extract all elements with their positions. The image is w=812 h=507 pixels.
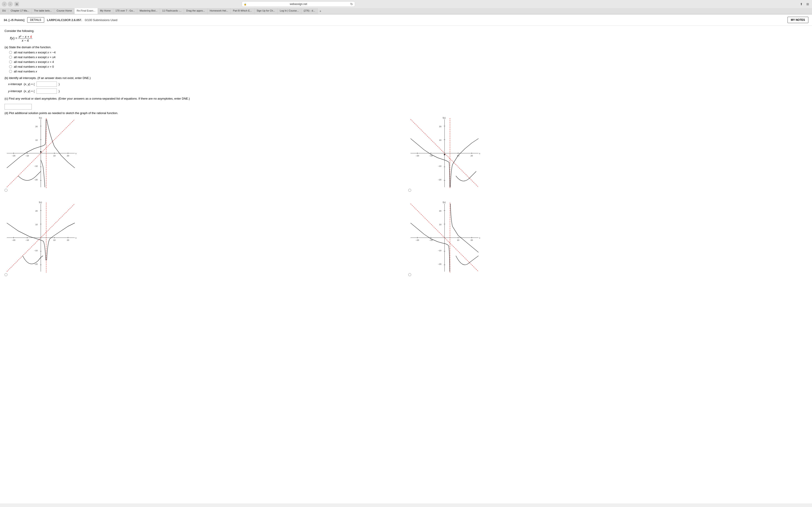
graph-3-svg: −20 −10 10 20 x 20 10 −10 −20 f(x): [5, 202, 77, 274]
function-label: f: [10, 37, 11, 40]
content-body: Consider the following. f(x) = x² − x + …: [0, 25, 812, 278]
url-text: webassign.net: [248, 2, 349, 6]
part-d-label: (d) Plot additional solution points as n…: [5, 111, 807, 115]
tab-partb[interactable]: Part B Which E...: [231, 8, 254, 14]
page-content: 34. [–/5 Points] DETAILS LARPCALC10CR 2.…: [0, 14, 812, 503]
option-4: all real numbers x except x = 0: [9, 65, 807, 68]
my-notes-button[interactable]: MY NOTES: [788, 17, 808, 23]
function-fraction: x² − x + 4 x − 4: [18, 35, 32, 42]
tab-table[interactable]: The table belo...: [32, 8, 54, 14]
svg-text:−20: −20: [415, 155, 419, 157]
y-intercept-prefix: (x, y) = (: [24, 90, 35, 93]
graph-3-radio[interactable]: [5, 273, 7, 276]
svg-point-22: [40, 151, 42, 153]
part-c-label: (c) Find any vertical or slant asymptote…: [5, 97, 807, 100]
svg-text:−20: −20: [12, 239, 15, 241]
svg-text:10: 10: [53, 155, 55, 157]
graph-4-radio[interactable]: [408, 273, 411, 276]
question-header: 34. [–/5 Points] DETAILS LARPCALC10CR 2.…: [0, 14, 812, 25]
svg-text:10: 10: [457, 239, 459, 241]
window-toggle-button[interactable]: ⊡: [14, 2, 19, 6]
y-intercept-row: y-intercept (x, y) = ( ): [8, 89, 807, 94]
tab-refinal[interactable]: Re-Final Exam...: [74, 8, 98, 14]
svg-text:x: x: [75, 237, 77, 239]
svg-text:10: 10: [439, 139, 441, 141]
tab-170over7[interactable]: 170 over 7 - Go...: [113, 8, 138, 14]
svg-text:20: 20: [439, 125, 441, 128]
submissions-count: 0/100 Submissions Used: [85, 18, 117, 22]
lock-icon: 🔒: [244, 3, 247, 5]
svg-text:10: 10: [439, 223, 441, 226]
y-intercept-input[interactable]: [37, 89, 57, 94]
svg-text:10: 10: [53, 239, 55, 241]
x-intercept-input[interactable]: [37, 81, 57, 87]
question-number: 34. [–/5 Points]: [4, 18, 24, 22]
part-a-label: (a) State the domain of the function.: [5, 46, 807, 49]
graph-2-svg: −20 −10 10 20 x 20 10 −10 −20 f(x): [408, 117, 481, 189]
graph-3-container: −20 −10 10 20 x 20 10 −10 −20 f(x): [5, 202, 404, 275]
svg-text:−20: −20: [438, 179, 441, 181]
svg-text:f(x): f(x): [39, 117, 42, 119]
option-3-text: all real numbers x except x = 4: [14, 60, 54, 64]
svg-text:20: 20: [67, 155, 69, 157]
consider-text: Consider the following.: [5, 29, 807, 33]
x-intercept-suffix: ): [59, 82, 60, 86]
option-1-text: all real numbers x except x = −4: [14, 51, 55, 54]
graph-1-radio[interactable]: [5, 189, 7, 192]
share-button[interactable]: ⬆: [799, 2, 804, 7]
tab-login[interactable]: Log In | Course...: [277, 8, 301, 14]
radio-option-1[interactable]: [9, 51, 12, 54]
back-button[interactable]: ‹: [2, 2, 7, 7]
new-tab-button[interactable]: ⊞: [805, 2, 810, 7]
svg-text:−10: −10: [26, 155, 29, 157]
tabs-bar: DU Chapter 17 Ma... The table belo... Co…: [0, 8, 812, 14]
tab-signup[interactable]: Sign Up for Ch...: [254, 8, 277, 14]
graphs-grid: −20 −10 10 20 x 20 10 −10 −20 f(x): [5, 117, 807, 275]
details-button[interactable]: DETAILS: [27, 17, 44, 23]
option-5: all real numbers x: [9, 70, 807, 73]
radio-option-4[interactable]: [9, 65, 12, 68]
reload-button[interactable]: ↻: [350, 2, 353, 6]
asymptote-input[interactable]: [5, 104, 32, 110]
svg-text:−10: −10: [438, 249, 441, 252]
svg-text:10: 10: [35, 139, 38, 141]
add-tab-button[interactable]: +: [318, 8, 323, 14]
graph-1-container: −20 −10 10 20 x 20 10 −10 −20 f(x): [5, 117, 404, 190]
y-intercept-label: y-intercept: [8, 90, 22, 93]
tab-mastering[interactable]: Mastering Biol...: [137, 8, 160, 14]
svg-text:−10: −10: [438, 165, 441, 167]
problem-id: LARPCALC10CR 2.6.057.: [47, 18, 82, 22]
svg-text:−10: −10: [34, 249, 38, 252]
address-bar: 🔒 webassign.net ↻: [242, 1, 355, 7]
part-b-label: (b) Identify all intercepts. (If an answ…: [5, 76, 807, 80]
tab-du[interactable]: DU: [0, 8, 8, 14]
graph-2-radio[interactable]: [408, 189, 411, 192]
svg-text:−10: −10: [26, 239, 29, 241]
tab-myhome[interactable]: My Home: [98, 8, 113, 14]
radio-option-2[interactable]: [9, 56, 12, 59]
svg-text:20: 20: [470, 155, 473, 157]
tab-276[interactable]: (276) - d...: [301, 8, 318, 14]
x-intercept-prefix: (x, y) = (: [24, 82, 35, 86]
function-display: f(x) = x² − x + 4 x − 4: [10, 35, 807, 42]
svg-text:−20: −20: [438, 263, 441, 265]
question-title: 34. [–/5 Points] DETAILS LARPCALC10CR 2.…: [4, 17, 117, 23]
tab-homework[interactable]: Homework Hel...: [208, 8, 231, 14]
y-intercept-suffix: ): [59, 90, 60, 93]
forward-button[interactable]: ›: [8, 2, 13, 7]
svg-text:20: 20: [470, 239, 473, 241]
svg-text:−10: −10: [34, 165, 38, 167]
radio-option-3[interactable]: [9, 60, 12, 63]
graph-4-container: −20 −10 10 20 x 20 10 −10 −20 f(x): [408, 202, 807, 275]
tab-drag[interactable]: Drag the appro...: [184, 8, 208, 14]
svg-text:f(x): f(x): [443, 117, 446, 119]
svg-text:20: 20: [35, 125, 38, 128]
radio-option-5[interactable]: [9, 70, 12, 73]
svg-text:f(x): f(x): [39, 202, 42, 204]
graph-2-container: −20 −10 10 20 x 20 10 −10 −20 f(x): [408, 117, 807, 190]
tab-coursehome[interactable]: Course Home: [54, 8, 74, 14]
x-intercept-label: x-intercept: [8, 82, 22, 86]
tab-chapter17[interactable]: Chapter 17 Ma...: [8, 8, 32, 14]
tab-flashcards[interactable]: 11 Flashcards -...: [160, 8, 184, 14]
svg-text:20: 20: [35, 210, 38, 212]
